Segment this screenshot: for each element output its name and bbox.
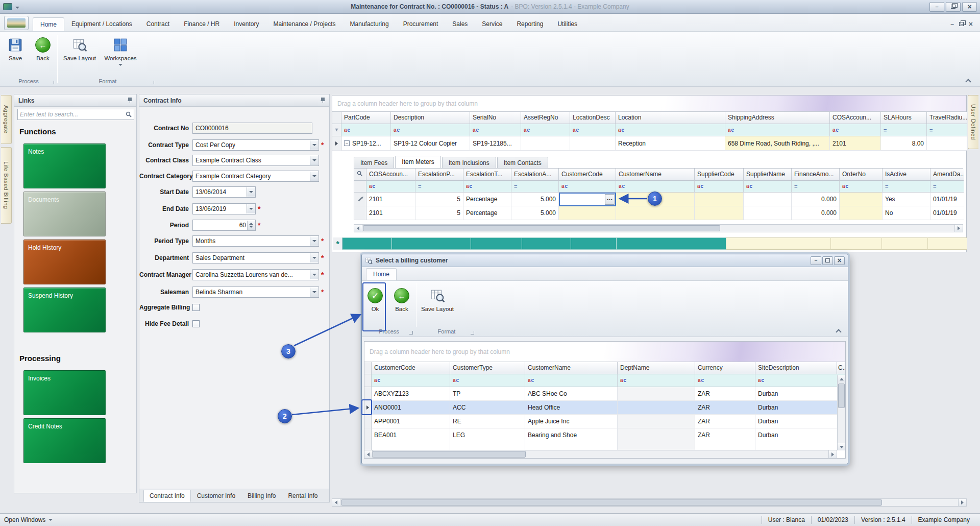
- column-header-travelradius[interactable]: TravelRadiu...: [927, 112, 967, 124]
- grid-cell[interactable]: 5: [415, 193, 463, 206]
- column-header-serialno[interactable]: SerialNo: [470, 112, 521, 124]
- scroll-left-icon[interactable]: [332, 499, 340, 506]
- grid-cell[interactable]: BEA001: [372, 428, 450, 442]
- grid-cell[interactable]: TP: [450, 387, 525, 401]
- text-filter-icon[interactable]: [374, 378, 381, 383]
- mdi-minimize-button[interactable]: [950, 20, 954, 28]
- numeric-filter-icon[interactable]: [885, 183, 888, 190]
- grid-cell[interactable]: Durban: [755, 428, 837, 442]
- pin-icon[interactable]: [321, 97, 325, 104]
- grid-cell[interactable]: 2101: [366, 193, 415, 206]
- search-icon[interactable]: [126, 111, 132, 117]
- mdi-close-button[interactable]: [969, 20, 973, 28]
- text-filter-icon[interactable]: [573, 128, 579, 133]
- customer-row-selected[interactable]: ANO0001 ACC Head Office ZAR Durban: [364, 401, 845, 415]
- customer-grid-vertical-scrollbar[interactable]: [837, 375, 845, 450]
- back-button[interactable]: Back: [30, 34, 56, 77]
- grid-cell[interactable]: ABC SHoe Co: [525, 387, 618, 401]
- text-filter-icon[interactable]: [620, 378, 627, 383]
- column-header-isactive[interactable]: IsActive: [883, 169, 930, 181]
- tab-equipment-locations[interactable]: Equipment / Locations: [64, 17, 139, 31]
- meter-row[interactable]: 2101 5 Percentage 5.000 0.000 No 01/01/1…: [354, 206, 964, 220]
- tab-reporting[interactable]: Reporting: [509, 17, 550, 31]
- grid-cell[interactable]: 8.00: [881, 136, 927, 151]
- grid-cell[interactable]: Head Office: [525, 401, 618, 415]
- grid-cell[interactable]: [521, 136, 570, 151]
- ok-button[interactable]: Ok: [365, 285, 385, 328]
- grid-cell[interactable]: 01/01/19: [930, 206, 964, 220]
- scrollbar-thumb[interactable]: [838, 384, 845, 408]
- suspend-history-button[interactable]: Suspend History: [23, 288, 106, 332]
- column-header-escalationa[interactable]: EscalationA...: [511, 169, 559, 181]
- dialog-maximize-button[interactable]: [822, 256, 833, 265]
- text-filter-icon[interactable]: [453, 378, 459, 383]
- scroll-right-icon[interactable]: [828, 450, 837, 458]
- grid-cell[interactable]: [559, 206, 616, 220]
- dialog-launcher-icon[interactable]: [471, 331, 474, 334]
- grid-search-icon[interactable]: [354, 169, 366, 181]
- search-input[interactable]: [20, 111, 126, 118]
- dialog-save-layout-button[interactable]: Save Layout: [419, 285, 456, 328]
- start-date-picker[interactable]: 13/06/2014: [192, 186, 256, 198]
- collapse-ribbon-icon[interactable]: [836, 329, 841, 334]
- text-filter-icon[interactable]: [369, 184, 376, 189]
- period-type-select[interactable]: Months: [192, 235, 319, 247]
- column-header-orderno[interactable]: OrderNo: [840, 169, 883, 181]
- grid-cell[interactable]: [840, 193, 883, 206]
- contract-manager-select[interactable]: Carolina Suzzetta Lourens van de...: [192, 269, 319, 280]
- grid-cell[interactable]: SP19-12 Colour Copier: [391, 136, 470, 151]
- column-header-currency[interactable]: Currency: [695, 362, 755, 374]
- grid-cell[interactable]: [744, 193, 792, 206]
- chevron-down-icon[interactable]: [310, 140, 318, 150]
- column-header-description[interactable]: Description: [391, 112, 470, 124]
- tab-sales[interactable]: Sales: [445, 17, 475, 31]
- dialog-launcher-icon[interactable]: [51, 81, 54, 84]
- chevron-down-icon[interactable]: [310, 253, 318, 262]
- department-select[interactable]: Sales Department: [192, 252, 319, 264]
- tab-maintenance-projects[interactable]: Maintenance / Projects: [266, 17, 343, 31]
- customer-row[interactable]: ABCXYZ123 TP ABC SHoe Co ZAR Durban: [364, 387, 845, 401]
- chevron-down-icon[interactable]: [310, 156, 318, 165]
- dialog-minimize-button[interactable]: [811, 256, 821, 265]
- column-header-shippingaddress[interactable]: ShippingAddress: [725, 112, 830, 124]
- grid-cell[interactable]: 01/01/19: [930, 193, 964, 206]
- chevron-down-icon[interactable]: [247, 204, 255, 213]
- column-header-amenddate[interactable]: AmendDa...: [930, 169, 964, 181]
- lookup-ellipsis-button[interactable]: [605, 194, 615, 205]
- hold-history-button[interactable]: Hold History: [23, 240, 106, 284]
- scroll-up-icon[interactable]: [838, 375, 845, 382]
- grid-cell[interactable]: 5.000: [511, 206, 559, 220]
- tab-utilities[interactable]: Utilities: [550, 17, 584, 31]
- grid-cell[interactable]: 5.000: [511, 193, 559, 206]
- text-filter-icon[interactable]: [528, 378, 534, 383]
- grid-cell[interactable]: [616, 206, 695, 220]
- credit-notes-button[interactable]: Credit Notes: [23, 418, 106, 463]
- numeric-filter-icon[interactable]: [884, 127, 887, 134]
- grid-cell[interactable]: LEG: [450, 428, 525, 442]
- column-header-escalationt[interactable]: EscalationT...: [463, 169, 511, 181]
- restore-button[interactable]: [946, 2, 961, 12]
- grid-cell[interactable]: [695, 193, 744, 206]
- column-header-partcode[interactable]: PartCode: [341, 112, 391, 124]
- column-header-assetregno[interactable]: AssetRegNo: [521, 112, 570, 124]
- text-filter-icon[interactable]: [618, 128, 625, 133]
- column-header-customercode[interactable]: CustomerCode: [372, 362, 450, 374]
- customer-grid-horizontal-scrollbar[interactable]: [364, 450, 837, 458]
- numeric-filter-icon[interactable]: [929, 127, 933, 134]
- grid-cell[interactable]: ZAR: [695, 387, 755, 401]
- spinner-buttons[interactable]: [247, 221, 255, 230]
- tab-customer-info[interactable]: Customer Info: [191, 490, 241, 502]
- grid-cell[interactable]: 0.000: [792, 206, 840, 220]
- column-header-location[interactable]: Location: [616, 112, 725, 124]
- tab-service[interactable]: Service: [475, 17, 509, 31]
- hide-fee-detail-checkbox[interactable]: [192, 320, 200, 327]
- open-windows-button[interactable]: Open Windows: [4, 516, 53, 523]
- text-filter-icon[interactable]: [758, 378, 765, 383]
- column-header-customername[interactable]: CustomerName: [525, 362, 618, 374]
- numeric-filter-icon[interactable]: [418, 183, 421, 190]
- grid-cell[interactable]: [618, 415, 695, 428]
- grid-cell[interactable]: ACC: [450, 401, 525, 415]
- text-filter-icon[interactable]: [746, 184, 753, 189]
- meters-horizontal-scrollbar[interactable]: [354, 224, 963, 232]
- text-filter-icon[interactable]: [466, 184, 473, 189]
